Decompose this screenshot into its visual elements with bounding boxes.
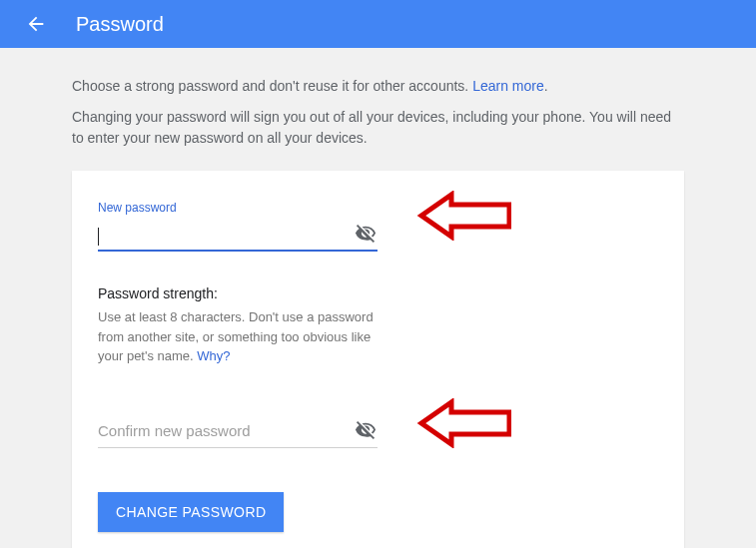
app-header: Password [0,0,756,48]
annotation-arrow-icon [381,398,511,448]
arrow-left-icon [25,13,47,35]
new-password-input[interactable] [98,221,354,246]
password-strength-block: Password strength: Use at least 8 charac… [98,285,397,366]
toggle-visibility-confirm[interactable] [354,418,378,442]
content-area: Choose a strong password and don't reuse… [0,48,756,548]
intro-text-1: Choose a strong password and don't reuse… [72,78,472,94]
why-link[interactable]: Why? [197,348,230,363]
strength-desc-text: Use at least 8 characters. Don't use a p… [98,309,374,363]
new-password-row [98,217,378,252]
eye-off-icon [355,223,377,245]
password-card: New password Password strength: Use at l… [72,171,684,548]
new-password-label: New password [98,201,378,215]
confirm-password-row [98,414,378,448]
strength-description: Use at least 8 characters. Don't use a p… [98,307,397,366]
page-title: Password [76,13,164,36]
confirm-password-input[interactable] [98,418,354,443]
eye-off-icon [355,419,377,441]
text-caret [98,228,99,246]
toggle-visibility-new[interactable] [354,222,378,246]
new-password-field: New password [98,201,378,252]
confirm-password-field [98,414,378,448]
change-password-button[interactable]: CHANGE PASSWORD [98,492,284,532]
learn-more-link[interactable]: Learn more [472,78,544,94]
back-button[interactable] [20,8,52,40]
annotation-arrow-icon [381,191,511,241]
intro-line-2: Changing your password will sign you out… [72,107,684,149]
strength-title: Password strength: [98,285,397,301]
intro-line-1: Choose a strong password and don't reuse… [72,76,684,97]
